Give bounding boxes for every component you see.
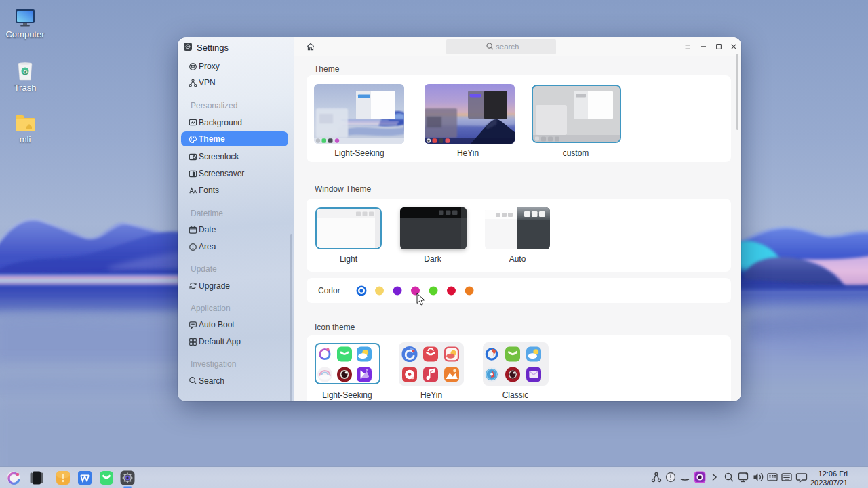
svg-text:♻: ♻: [22, 69, 27, 75]
svg-text:12:06 Fri: 12:06 Fri: [818, 470, 848, 478]
svg-text:2023/07/21: 2023/07/21: [810, 479, 848, 487]
